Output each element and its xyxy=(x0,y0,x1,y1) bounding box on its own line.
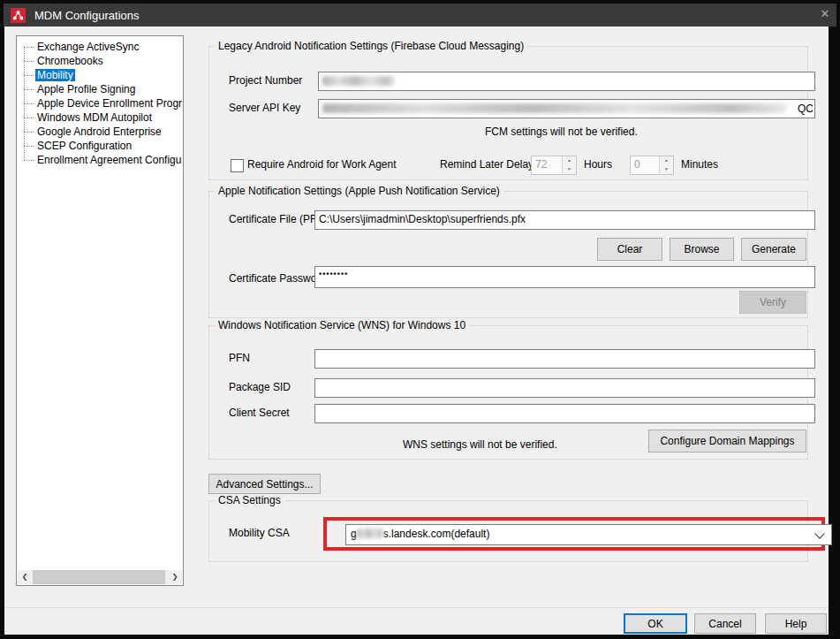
pfn-label: PFN xyxy=(229,349,250,367)
minutes-value: 0 xyxy=(631,156,659,174)
certificate-file-input[interactable]: C:\Users\jimadmin\Desktop\superfriends.p… xyxy=(314,210,815,230)
wns-group: Windows Notification Service (WNS) for W… xyxy=(208,325,808,460)
tree-item-google-android-enterprise[interactable]: Google Android Enterprise xyxy=(24,125,182,139)
chevron-down-icon xyxy=(814,529,824,538)
server-api-key-suffix: QC xyxy=(798,101,814,117)
require-android-checkbox-label: Require Android for Work Agent xyxy=(247,156,397,173)
csa-group-title: CSA Settings xyxy=(215,494,284,506)
close-icon[interactable]: ✕ xyxy=(816,5,834,23)
minutes-label: Minutes xyxy=(681,156,718,173)
tree-item-mobility[interactable]: Mobility xyxy=(24,68,182,82)
project-number-input[interactable] xyxy=(318,72,815,91)
window-title: MDM Configurations xyxy=(34,9,140,22)
tree-item-enrollment-agreement[interactable]: Enrollment Agreement Configuration xyxy=(24,153,182,167)
cancel-button[interactable]: Cancel xyxy=(694,613,756,634)
client-secret-input[interactable] xyxy=(314,404,815,423)
project-number-label: Project Number xyxy=(229,72,302,89)
hours-stepper[interactable]: 72 ▲▼ xyxy=(531,156,577,175)
tree-horizontal-scrollbar[interactable]: ❮ ❯ xyxy=(18,570,182,584)
scroll-right-icon[interactable]: ❯ xyxy=(168,570,182,584)
legacy-android-group-title: Legacy Android Notification Settings (Fi… xyxy=(215,40,527,52)
tree-item-apple-profile-signing[interactable]: Apple Profile Signing xyxy=(24,82,182,96)
server-api-key-label: Server API Key xyxy=(229,99,300,117)
remind-later-delay-label: Remind Later Delay xyxy=(440,156,534,173)
pfn-input[interactable] xyxy=(314,349,815,369)
certificate-password-label: Certificate Password xyxy=(229,270,326,287)
tree-item-scep-configuration[interactable]: SCEP Configuration xyxy=(24,139,182,153)
csa-value-suffix: s.landesk.com(default) xyxy=(383,528,490,540)
generate-button[interactable]: Generate xyxy=(741,238,806,261)
fcm-note: FCM settings will not be verified. xyxy=(485,126,638,138)
scrollbar-thumb[interactable] xyxy=(33,570,165,584)
tree-item-exchange-activesync[interactable]: Exchange ActiveSync xyxy=(24,40,182,54)
csa-settings-group: CSA Settings Mobility CSA gs.landesk.com… xyxy=(208,500,808,562)
mobility-csa-label: Mobility CSA xyxy=(229,524,290,542)
browse-button[interactable]: Browse xyxy=(670,238,734,261)
hours-value: 72 xyxy=(532,156,562,174)
dialog-content: Exchange ActiveSync Chromebooks Mobility… xyxy=(4,27,829,635)
selected-tree-item: Mobility xyxy=(35,69,75,81)
hours-label: Hours xyxy=(584,156,612,173)
apple-notification-group: Apple Notification Settings (Apple Push … xyxy=(208,191,808,318)
tree-item-windows-mdm-autopilot[interactable]: Windows MDM Autopilot xyxy=(24,110,182,125)
verify-button: Verify xyxy=(739,291,806,314)
wns-note: WNS settings will not be verified. xyxy=(403,434,557,455)
redacted-project-number xyxy=(322,76,395,86)
advanced-settings-button[interactable]: Advanced Settings... xyxy=(208,474,321,494)
configuration-tree: Exchange ActiveSync Chromebooks Mobility… xyxy=(16,35,184,586)
stepper-down-icon[interactable]: ▼ xyxy=(660,165,673,174)
redacted-server-api-key xyxy=(322,103,786,113)
apple-group-title: Apple Notification Settings (Apple Push … xyxy=(215,185,503,197)
package-sid-input[interactable] xyxy=(314,378,815,398)
certificate-password-input[interactable]: •••••••• xyxy=(314,266,815,288)
stepper-up-icon[interactable]: ▲ xyxy=(563,156,576,165)
csa-value-prefix: g xyxy=(351,528,357,540)
configure-domain-mappings-button[interactable]: Configure Domain Mappings xyxy=(648,430,806,453)
minutes-stepper[interactable]: 0 ▲▼ xyxy=(630,156,674,175)
redacted-csa-host xyxy=(357,529,383,538)
mobility-csa-dropdown[interactable]: gs.landesk.com(default) xyxy=(345,524,832,545)
help-button[interactable]: Help xyxy=(765,613,827,634)
ok-button[interactable]: OK xyxy=(624,613,687,634)
title-bar: MDM Configurations xyxy=(4,4,836,27)
server-api-key-input[interactable]: QC xyxy=(318,99,815,118)
clear-button[interactable]: Clear xyxy=(597,238,662,261)
legacy-android-group: Legacy Android Notification Settings (Fi… xyxy=(208,46,808,180)
package-sid-label: Package SID xyxy=(229,378,291,396)
mdm-configurations-dialog: MDM Configurations ✕ Exchange ActiveSync… xyxy=(0,0,840,639)
require-android-checkbox[interactable] xyxy=(231,159,244,172)
scroll-left-icon[interactable]: ❮ xyxy=(18,570,32,584)
tree-item-chromebooks[interactable]: Chromebooks xyxy=(24,54,182,68)
footer-divider xyxy=(4,607,829,608)
stepper-up-icon[interactable]: ▲ xyxy=(660,156,673,165)
stepper-down-icon[interactable]: ▼ xyxy=(563,165,576,174)
tree-item-apple-dep[interactable]: Apple Device Enrollment Program xyxy=(24,96,182,110)
client-secret-label: Client Secret xyxy=(229,404,290,422)
wns-group-title: Windows Notification Service (WNS) for W… xyxy=(215,319,469,331)
app-logo-icon xyxy=(11,8,26,23)
